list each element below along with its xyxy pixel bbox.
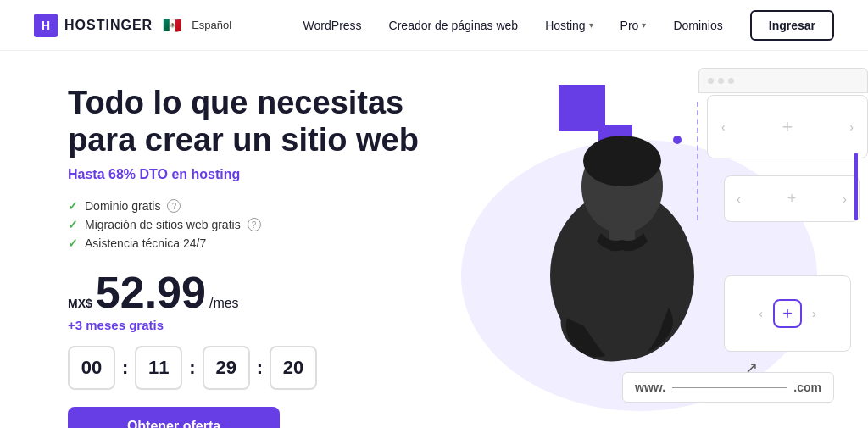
deco-right-arrow-2: › bbox=[843, 192, 847, 206]
timer-sep-2: : bbox=[189, 357, 195, 379]
browser-bar bbox=[698, 68, 868, 93]
hero-features: ✓ Dominio gratis ? ✓ Migración de sitios… bbox=[68, 199, 419, 250]
language-label[interactable]: Español bbox=[192, 19, 231, 31]
cursor-icon: ↗ bbox=[745, 359, 758, 377]
get-offer-button[interactable]: Obtener oferta bbox=[68, 407, 280, 428]
timer-sep-3: : bbox=[257, 357, 263, 379]
check-icon: ✓ bbox=[68, 236, 78, 250]
hero-image-area: ‹ + › ‹ + › ‹ + › ↗ bbox=[410, 51, 868, 428]
domain-line bbox=[672, 387, 787, 388]
timer-centiseconds: 20 bbox=[270, 346, 317, 390]
hosting-chevron-icon: ▾ bbox=[589, 20, 593, 30]
deco-bar-right bbox=[854, 153, 858, 220]
pro-chevron-icon: ▾ bbox=[642, 20, 646, 30]
language-flag: 🇲🇽 bbox=[163, 16, 181, 35]
browser-dot-2 bbox=[718, 78, 724, 84]
nav-item-wordpress[interactable]: WordPress bbox=[303, 19, 362, 32]
deco-card-medium: ‹ + › bbox=[724, 175, 860, 222]
nav-item-domains[interactable]: Dominios bbox=[673, 19, 722, 32]
domain-www: www. bbox=[635, 381, 665, 394]
price-amount: 52.99 bbox=[96, 270, 206, 314]
deco-right-arrow: › bbox=[849, 120, 854, 134]
hero-title: Todo lo que necesitas para crear un siti… bbox=[68, 85, 419, 158]
hero-content: Todo lo que necesitas para crear un siti… bbox=[68, 85, 419, 428]
feature-domain: ✓ Dominio gratis ? bbox=[68, 199, 419, 213]
navbar: H HOSTINGER 🇲🇽 Español WordPress Creador… bbox=[0, 0, 868, 51]
timer-minutes: 11 bbox=[135, 346, 182, 390]
login-button[interactable]: Ingresar bbox=[750, 10, 834, 41]
deco-plus-icon: + bbox=[782, 116, 793, 138]
deco-left-arrow-2: ‹ bbox=[737, 192, 741, 206]
logo-icon: H bbox=[34, 14, 58, 37]
deco-card-bottom: ‹ + › bbox=[724, 275, 851, 352]
timer-seconds: 29 bbox=[203, 346, 250, 390]
svg-point-2 bbox=[583, 136, 661, 186]
domain-com: .com bbox=[793, 381, 821, 394]
timer-hours: 00 bbox=[68, 346, 115, 390]
price-period: /mes bbox=[209, 296, 239, 311]
countdown-timer: 00 : 11 : 29 : 20 bbox=[68, 346, 419, 390]
check-icon: ✓ bbox=[68, 199, 78, 213]
hero-section: Todo lo que necesitas para crear un siti… bbox=[0, 51, 868, 428]
navbar-left: H HOSTINGER 🇲🇽 Español bbox=[34, 14, 231, 37]
nav-item-pro[interactable]: Pro ▾ bbox=[620, 19, 647, 32]
price-bonus: +3 meses gratis bbox=[68, 318, 419, 332]
nav-item-page-builder[interactable]: Creador de páginas web bbox=[389, 19, 519, 32]
browser-dot-1 bbox=[708, 78, 714, 84]
price-row: MX$ 52.99 /mes bbox=[68, 270, 419, 314]
logo-text: HOSTINGER bbox=[64, 18, 153, 33]
domain-bar: www. .com bbox=[622, 372, 834, 403]
feature-support: ✓ Asistencia técnica 24/7 bbox=[68, 236, 419, 250]
logo[interactable]: H HOSTINGER bbox=[34, 14, 153, 37]
price-currency: MX$ bbox=[68, 297, 92, 310]
timer-sep-1: : bbox=[122, 357, 128, 379]
feature-migration: ✓ Migración de sitios web gratis ? bbox=[68, 218, 419, 231]
nav-item-hosting[interactable]: Hosting ▾ bbox=[545, 19, 593, 32]
browser-dot-3 bbox=[728, 78, 734, 84]
hero-subtitle: Hasta 68% DTO en hosting bbox=[68, 167, 419, 182]
check-icon: ✓ bbox=[68, 218, 78, 231]
deco-plus-icon-2: + bbox=[787, 190, 797, 208]
navbar-nav: WordPress Creador de páginas web Hosting… bbox=[303, 10, 834, 41]
info-icon-domain[interactable]: ? bbox=[167, 199, 181, 213]
info-icon-migration[interactable]: ? bbox=[248, 218, 261, 231]
